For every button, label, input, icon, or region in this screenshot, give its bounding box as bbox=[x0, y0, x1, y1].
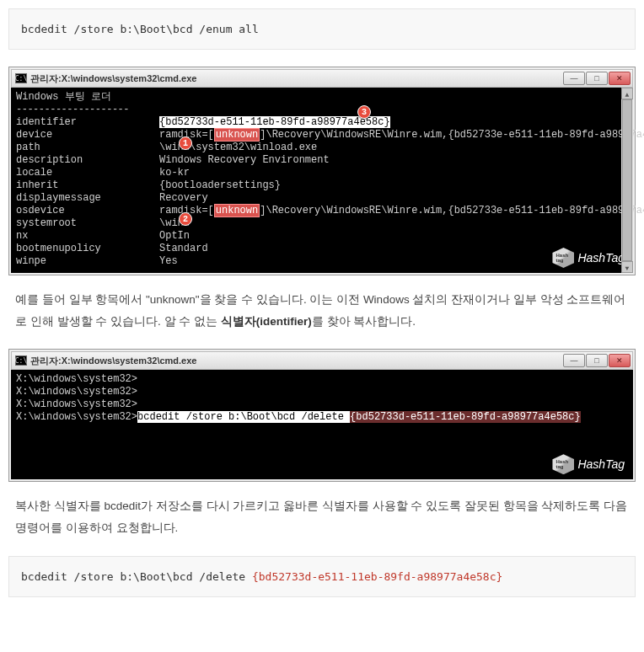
minimize-button[interactable]: — bbox=[563, 354, 585, 367]
cmd-icon: C:\ bbox=[15, 73, 27, 83]
scroll-down-button[interactable]: ▼ bbox=[621, 261, 633, 273]
command-selected[interactable]: bcdedit /store b:\Boot\bcd /delete {bd52… bbox=[137, 411, 581, 423]
minimize-button[interactable]: — bbox=[563, 72, 585, 85]
guid-highlight: {bd52733d-e511-11eb-89fd-a98977a4e58c} bbox=[350, 411, 581, 423]
cmd-window-1: C:\ 관리자: X:\windows\system32\cmd.exe — □… bbox=[8, 67, 636, 275]
row-nx: nxOptIn bbox=[16, 230, 616, 243]
row-description: descriptionWindows Recovery Environment bbox=[16, 154, 616, 167]
row-locale: localeko-kr bbox=[16, 167, 616, 179]
code-block-delete: bcdedit /store b:\Boot\bcd /delete {bd52… bbox=[8, 556, 636, 597]
titlebar[interactable]: C:\ 관리자: X:\windows\system32\cmd.exe — □… bbox=[11, 351, 633, 370]
close-button[interactable]: ✕ bbox=[609, 72, 631, 85]
row-osdevice: osdeviceramdisk=[unknown]\Recovery\Windo… bbox=[16, 205, 616, 217]
row-device: deviceramdisk=[unknown]\Recovery\Windows… bbox=[16, 129, 616, 142]
identifier-guid-selected[interactable]: {bd52733d-e511-11eb-89fd-a98977a4e58c} bbox=[159, 116, 390, 128]
prompt-line: X:\windows\system32> bbox=[16, 398, 628, 411]
prompt-line: X:\windows\system32> bbox=[16, 373, 628, 386]
identifier-strong: 식별자(identifier) bbox=[221, 315, 312, 328]
row-systemroot: systemroot\wind bbox=[16, 217, 616, 230]
scroll-thumb[interactable] bbox=[622, 99, 632, 261]
scrollbar[interactable]: ▲ ▼ bbox=[621, 88, 633, 273]
maximize-button[interactable]: □ bbox=[586, 354, 608, 367]
row-path: path\wind\system32\winload.exe bbox=[16, 142, 616, 154]
titlebar[interactable]: C:\ 관리자: X:\windows\system32\cmd.exe — □… bbox=[11, 69, 633, 88]
unknown-highlight: unknown bbox=[214, 204, 260, 217]
prompt-line: X:\windows\system32> bbox=[16, 386, 628, 398]
scroll-up-button[interactable]: ▲ bbox=[621, 88, 633, 99]
unknown-highlight: unknown bbox=[214, 128, 260, 142]
dash-line: -------------------- bbox=[16, 104, 616, 116]
row-bootmenupolicy: bootmenupolicyStandard bbox=[16, 243, 616, 255]
cmd-icon: C:\ bbox=[15, 355, 27, 366]
terminal-output[interactable]: Windows 부팅 로더 -------------------- ident… bbox=[11, 88, 633, 273]
code-text-plain: bcdedit /store b:\Boot\bcd /delete bbox=[21, 570, 252, 583]
delete-command-line: X:\windows\system32>bcdedit /store b:\Bo… bbox=[16, 411, 628, 424]
code-text: bcdedit /store b:\Boot\bcd /enum all bbox=[21, 23, 259, 35]
row-displaymessage: displaymessageRecovery bbox=[16, 192, 616, 205]
code-block-enum: bcdedit /store b:\Boot\bcd /enum all bbox=[8, 8, 636, 50]
row-identifier: identifier{bd52733d-e511-11eb-89fd-a9897… bbox=[16, 116, 616, 129]
code-text-guid: {bd52733d-e511-11eb-89fd-a98977a4e58c} bbox=[252, 570, 502, 583]
explanation-paragraph-2: 복사한 식별자를 bcdedit가 저장소를 다시 가르키고 옳바른 식별자를 … bbox=[15, 495, 629, 538]
title-prefix: 관리자: bbox=[30, 355, 62, 367]
badge-2: 2 bbox=[179, 212, 192, 226]
terminal-output[interactable]: X:\windows\system32> X:\windows\system32… bbox=[11, 370, 633, 479]
close-button[interactable]: ✕ bbox=[609, 354, 631, 367]
boot-loader-header: Windows 부팅 로더 bbox=[16, 91, 616, 104]
badge-1: 1 bbox=[179, 136, 192, 150]
row-winpe: winpeYes bbox=[16, 255, 616, 268]
badge-3: 3 bbox=[357, 105, 371, 119]
explanation-paragraph-1: 예를 들어 일부 항목에서 "unknown"을 찾을 수 있습니다. 이는 이… bbox=[15, 289, 629, 332]
row-inherit: inherit{bootloadersettings} bbox=[16, 179, 616, 192]
cmd-window-2: C:\ 관리자: X:\windows\system32\cmd.exe — □… bbox=[8, 349, 636, 482]
hashtag-logo: Hash tag HashTag bbox=[552, 454, 625, 474]
maximize-button[interactable]: □ bbox=[586, 72, 608, 85]
title-prefix: 관리자: bbox=[30, 72, 62, 85]
title-path: X:\windows\system32\cmd.exe bbox=[62, 73, 197, 83]
hashtag-logo: Hash tag HashTag bbox=[552, 248, 625, 268]
title-path: X:\windows\system32\cmd.exe bbox=[62, 355, 197, 366]
